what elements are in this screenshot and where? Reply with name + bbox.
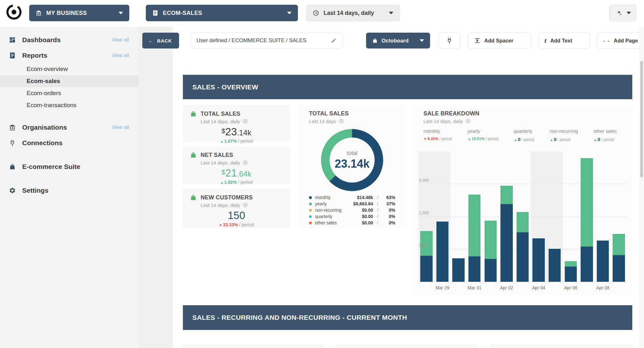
kpi-change: ▲1.82% / period	[190, 180, 283, 185]
reports-view-all-link[interactable]: View all	[112, 53, 129, 58]
breadcrumb[interactable]: User defined / ECOMMERCE SUITE / SALES	[190, 33, 343, 48]
bar-column[interactable]	[595, 151, 611, 282]
legend-pct: 0%	[383, 208, 395, 213]
breakdown-plot: 1,0002,0003,000	[418, 151, 627, 282]
legend-row: other sales $0.00/0%	[309, 220, 395, 226]
bar-segment-monthly	[517, 232, 529, 282]
bar-segment-monthly	[468, 256, 480, 282]
kpi-value: 150	[190, 210, 283, 221]
period-selector[interactable]: Last 14 days, daily	[306, 5, 400, 21]
banner-title: SALES - RECURRING AND NON-RECURRING - CU…	[192, 314, 407, 321]
bar-segment-monthly	[597, 241, 609, 282]
business-selector[interactable]: MY BUSINESS	[29, 5, 129, 21]
legend-row: yearly $8,663.84/37%	[309, 201, 395, 207]
template-selector[interactable]: Octoboard	[366, 33, 430, 48]
change-arrow-icon: ▲	[594, 138, 597, 142]
sidebar-item-ecom-overview[interactable]: Ecom-overview	[0, 63, 138, 75]
info-icon[interactable]	[465, 118, 471, 124]
bar-column[interactable]	[579, 151, 595, 282]
bar-segment-monthly	[500, 204, 512, 282]
change-arrow-icon: ▲	[220, 139, 223, 143]
back-button[interactable]: ← BACK	[142, 33, 179, 48]
sidebar-item-label: Reports	[22, 52, 47, 59]
plug-icon	[446, 37, 453, 44]
info-icon[interactable]	[338, 118, 344, 124]
metric-quarterly: quarterly ▲0 / period	[514, 128, 534, 142]
info-icon[interactable]	[242, 160, 248, 165]
bar-column[interactable]	[611, 151, 627, 282]
scrollbar-thumb[interactable]	[640, 61, 643, 177]
sidebar-item-settings[interactable]: Settings	[0, 183, 138, 198]
info-icon[interactable]	[242, 119, 248, 124]
theme-button[interactable]	[609, 5, 636, 21]
template-selector-label: Octoboard	[382, 38, 409, 44]
legend-dot	[309, 196, 312, 199]
legend-name: yearly	[315, 201, 327, 206]
x-tick-label: Apr 04	[532, 285, 545, 290]
caret-down-icon	[389, 12, 393, 14]
x-tick-label: Apr 08	[596, 285, 609, 290]
sidebar-spacer	[0, 151, 138, 159]
sidebar-item-dashboards[interactable]: Dashboards View all	[0, 32, 138, 48]
sidebar-item-reports[interactable]: Reports View all	[0, 48, 138, 63]
change-arrow-icon: ▲	[220, 181, 223, 184]
report-selector-label: ECOM-SALES	[163, 10, 202, 16]
caret-down-icon	[119, 12, 123, 14]
plug-icon	[9, 139, 16, 146]
legend-dot	[309, 209, 312, 212]
octoboard-logo[interactable]	[5, 3, 23, 21]
bar-segment-yearly	[485, 221, 497, 259]
y-tick-label: 3,000	[419, 178, 429, 183]
theme-icon	[616, 10, 622, 16]
back-button-label: BACK	[157, 38, 172, 43]
sidebar-item-organisations[interactable]: Organisations View all	[0, 119, 138, 135]
dashboards-view-all-link[interactable]: View all	[112, 37, 129, 43]
sidebar-item-label: Connections	[22, 139, 62, 147]
donut-chart[interactable]: total 23.14k	[321, 129, 383, 191]
bar-column[interactable]	[450, 151, 467, 282]
add-text-button[interactable]: t Add Text	[538, 33, 590, 48]
breadcrumb-text: User defined / ECOMMERCE SUITE / SALES	[196, 37, 306, 44]
bar-column[interactable]	[515, 151, 531, 282]
connections-button[interactable]	[438, 33, 460, 48]
legend-pct: 37%	[383, 201, 395, 206]
info-icon[interactable]	[242, 202, 248, 208]
x-tick-label: Mar 29	[435, 285, 449, 290]
organisations-view-all-link[interactable]: View all	[112, 125, 129, 130]
x-tick-label: Apr 06	[564, 285, 577, 290]
legend-name: other sales	[315, 220, 337, 225]
bar-column[interactable]	[499, 151, 515, 282]
legend-value: $14.48k	[357, 195, 373, 200]
sidebar-item-ecom-sales[interactable]: Ecom-sales	[0, 75, 138, 87]
sidebar-item-ecom-transactions[interactable]: Ecom-transactions	[0, 99, 138, 111]
add-page-break-button[interactable]: - - Add Page Break	[597, 33, 644, 48]
bar-segment-monthly	[549, 249, 561, 282]
sidebar-item-ecom-orders[interactable]: Ecom-orders	[0, 87, 138, 99]
add-spacer-label: Add Spacer	[484, 38, 513, 44]
sidebar: Dashboards View all Reports View all Eco…	[0, 27, 138, 348]
shopping-bag-icon	[190, 110, 197, 117]
bar-column[interactable]	[435, 151, 451, 282]
shopping-bag-icon	[372, 38, 378, 43]
sidebar-item-label: Organisations	[22, 124, 67, 131]
bar-segment-yearly	[517, 212, 529, 232]
sidebar-item-connections[interactable]: Connections	[0, 135, 138, 151]
bar-column[interactable]	[418, 151, 435, 282]
caret-down-icon	[287, 12, 292, 14]
shopping-bag-icon	[190, 194, 197, 201]
bar-segment-yearly	[468, 195, 480, 256]
bar-segment-monthly	[420, 256, 432, 282]
bar-column[interactable]	[563, 151, 579, 282]
report-selector[interactable]: ECOM-SALES	[146, 5, 298, 21]
pencil-icon[interactable]	[331, 38, 337, 43]
bar-column[interactable]	[547, 151, 563, 282]
kpi-card-net-sales: NET SALES Last 14 days, daily $21.64k ▲1…	[183, 146, 290, 184]
add-spacer-button[interactable]: Add Spacer	[468, 33, 531, 48]
bar-segment-monthly	[485, 259, 497, 282]
sidebar-spacer	[0, 174, 138, 183]
sidebar-item-ecommerce-suite[interactable]: E-commerce Suite	[0, 159, 138, 174]
change-arrow-icon: ▲	[514, 138, 517, 142]
bar-column[interactable]	[531, 151, 547, 282]
bar-column[interactable]	[467, 151, 483, 282]
bar-column[interactable]	[482, 151, 499, 282]
